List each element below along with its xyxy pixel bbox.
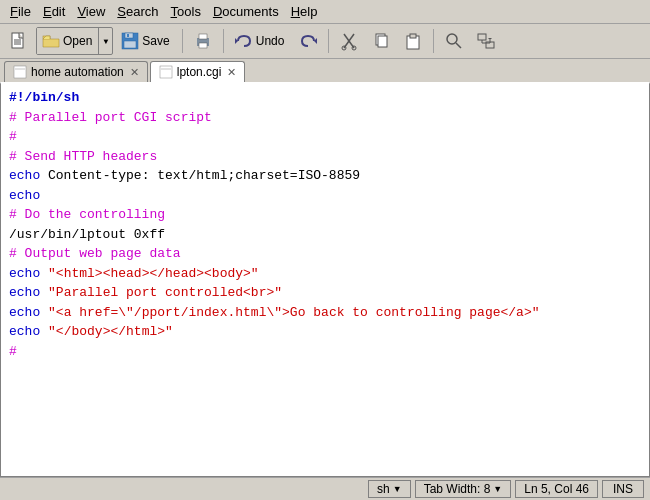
undo-icon: [234, 31, 254, 51]
svg-rect-27: [14, 66, 26, 78]
statusbar: sh ▼ Tab Width: 8 ▼ Ln 5, Col 46 INS: [0, 477, 650, 500]
code-line-4: # Send HTTP headers: [9, 147, 641, 167]
new-icon: [9, 31, 29, 51]
cut-button[interactable]: [334, 28, 364, 54]
open-label: Open: [61, 34, 94, 48]
svg-rect-21: [410, 34, 416, 38]
undo-label: Undo: [254, 34, 287, 48]
code-line-10: echo "<html><head></head><body>": [9, 264, 641, 284]
print-icon: [193, 31, 213, 51]
code-line-11: echo "Parallel port controlled<br>": [9, 283, 641, 303]
tab-lpton[interactable]: lpton.cgi ✕: [150, 61, 246, 82]
toolbar-separator-4: [433, 29, 434, 53]
status-position: Ln 5, Col 46: [515, 480, 598, 498]
status-tab-width[interactable]: Tab Width: 8 ▼: [415, 480, 512, 498]
open-button[interactable]: Open: [37, 28, 98, 54]
svg-rect-29: [160, 66, 172, 78]
find-icon: [444, 31, 464, 51]
copy-icon: [371, 31, 391, 51]
cut-icon: [339, 31, 359, 51]
code-line-5: echo Content-type: text/html;charset=ISO…: [9, 166, 641, 186]
code-line-6: echo: [9, 186, 641, 206]
copy-button[interactable]: [366, 28, 396, 54]
redo-button[interactable]: [293, 28, 323, 54]
code-line-13: echo "</body></html>": [9, 322, 641, 342]
status-ins-label: INS: [613, 482, 633, 496]
svg-rect-24: [478, 34, 486, 40]
svg-rect-7: [124, 41, 136, 48]
save-label: Save: [140, 34, 171, 48]
code-line-3: #: [9, 127, 641, 147]
replace-icon: [476, 31, 496, 51]
redo-icon: [298, 31, 318, 51]
toolbar-separator-3: [328, 29, 329, 53]
tabs-bar: home automation ✕ lpton.cgi ✕: [0, 59, 650, 82]
tab-icon-lpton: [159, 65, 173, 79]
toolbar: Open ▼ Save Undo: [0, 24, 650, 59]
status-lang-label: sh: [377, 482, 390, 496]
status-lang[interactable]: sh ▼: [368, 480, 411, 498]
replace-button[interactable]: [471, 28, 501, 54]
undo-button[interactable]: Undo: [229, 28, 292, 54]
svg-rect-19: [378, 36, 387, 47]
status-ins: INS: [602, 480, 644, 498]
code-line-1: #!/bin/sh: [9, 88, 641, 108]
code-line-9: # Output web page data: [9, 244, 641, 264]
menu-search[interactable]: Search: [111, 2, 164, 21]
menu-edit[interactable]: Edit: [37, 2, 71, 21]
menu-file[interactable]: File: [4, 2, 37, 21]
svg-point-22: [447, 34, 457, 44]
tab-icon-home-automation: [13, 65, 27, 79]
tab-close-lpton[interactable]: ✕: [227, 66, 236, 79]
menubar: File Edit View Search Tools Documents He…: [0, 0, 650, 24]
toolbar-separator-2: [223, 29, 224, 53]
tab-home-automation[interactable]: home automation ✕: [4, 61, 148, 82]
open-icon: [41, 31, 61, 51]
svg-marker-26: [488, 38, 492, 40]
find-button[interactable]: [439, 28, 469, 54]
menu-documents[interactable]: Documents: [207, 2, 285, 21]
status-tab-width-label: Tab Width: 8: [424, 482, 491, 496]
open-dropdown[interactable]: ▼: [98, 28, 112, 54]
paste-button[interactable]: [398, 28, 428, 54]
save-icon: [120, 31, 140, 51]
paste-icon: [403, 31, 423, 51]
toolbar-separator-1: [182, 29, 183, 53]
code-line-7: # Do the controlling: [9, 205, 641, 225]
menu-tools[interactable]: Tools: [165, 2, 207, 21]
editor-area[interactable]: #!/bin/sh # Parallel port CGI script # #…: [0, 82, 650, 477]
svg-rect-11: [199, 43, 207, 48]
code-line-12: echo "<a href=\"/pport/index.html\">Go b…: [9, 303, 641, 323]
new-button[interactable]: [4, 28, 34, 54]
svg-rect-8: [127, 34, 129, 37]
menu-help[interactable]: Help: [285, 2, 324, 21]
save-button[interactable]: Save: [115, 28, 176, 54]
code-line-2: # Parallel port CGI script: [9, 108, 641, 128]
svg-line-23: [456, 43, 461, 48]
status-position-label: Ln 5, Col 46: [524, 482, 589, 496]
svg-rect-10: [199, 34, 207, 39]
print-button[interactable]: [188, 28, 218, 54]
tab-label-lpton: lpton.cgi: [177, 65, 222, 79]
status-tab-dropdown[interactable]: ▼: [493, 484, 502, 494]
tab-label-home-automation: home automation: [31, 65, 124, 79]
code-line-14: #: [9, 342, 641, 362]
menu-view[interactable]: View: [71, 2, 111, 21]
tab-close-home-automation[interactable]: ✕: [130, 66, 139, 79]
status-lang-dropdown[interactable]: ▼: [393, 484, 402, 494]
open-button-group[interactable]: Open ▼: [36, 27, 113, 55]
code-line-8: /usr/bin/lptout 0xff: [9, 225, 641, 245]
